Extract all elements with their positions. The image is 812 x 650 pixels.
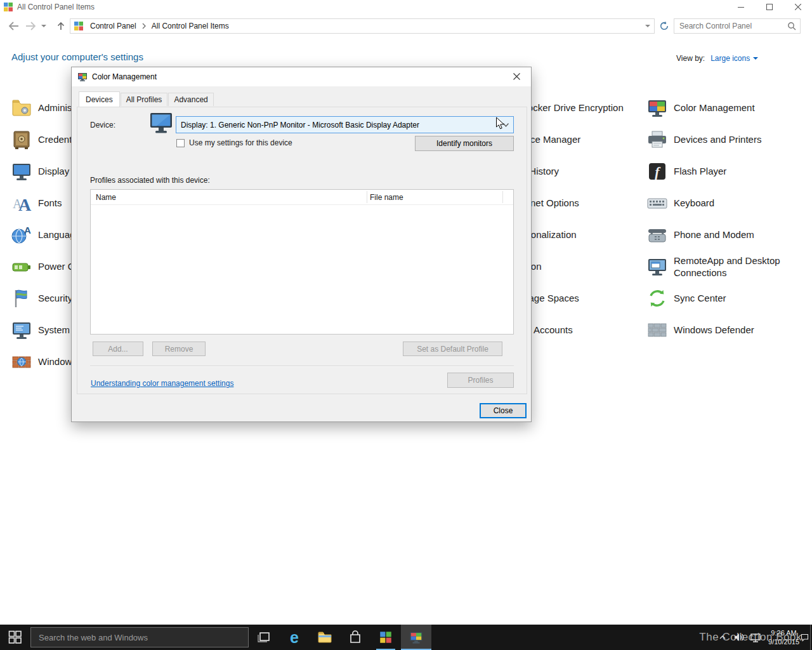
dialog-close-button[interactable]	[502, 67, 531, 86]
recent-locations-dropdown[interactable]	[39, 18, 48, 34]
store-icon	[348, 630, 362, 645]
svg-text:A: A	[24, 225, 31, 235]
column-divider[interactable]	[502, 191, 503, 203]
understanding-color-management-link[interactable]: Understanding color management settings	[91, 379, 233, 388]
security-maintenance-icon	[11, 288, 32, 308]
start-button[interactable]	[0, 625, 30, 650]
cp-item-flash-player[interactable]: f Flash Player	[647, 156, 799, 187]
system-icon	[11, 320, 32, 340]
breadcrumb-all-control-panel-items[interactable]: All Control Panel Items	[147, 19, 233, 33]
cp-item-windows-defender[interactable]: Windows Defender	[647, 314, 799, 346]
sync-center-icon	[647, 288, 667, 308]
use-my-settings-checkbox[interactable]	[176, 139, 185, 147]
navigation-bar: Control Panel All Control Panel Items	[0, 14, 812, 38]
cp-item-keyboard[interactable]: Keyboard	[647, 187, 799, 219]
windows-logo-icon	[8, 630, 22, 644]
minimize-icon	[738, 4, 744, 10]
breadcrumb-control-panel[interactable]: Control Panel	[86, 19, 141, 33]
up-arrow-icon	[56, 21, 66, 31]
keyboard-icon	[647, 193, 667, 213]
edge-taskbar-button[interactable]: e	[279, 625, 310, 650]
cp-item-label: Flash Player	[674, 165, 726, 178]
add-button[interactable]: Add...	[93, 342, 143, 356]
cp-item-label: System	[38, 324, 70, 336]
control-panel-taskbar-button[interactable]	[370, 625, 401, 650]
control-panel-search-box	[674, 18, 801, 34]
color-management-taskbar-button[interactable]	[401, 625, 431, 650]
remove-button[interactable]: Remove	[152, 342, 206, 356]
power-options-icon	[11, 256, 32, 277]
remoteapp-icon	[647, 256, 667, 277]
flash-player-icon: f	[647, 161, 667, 182]
maximize-icon	[766, 4, 773, 10]
cp-item-label: Phone and Modem	[674, 229, 754, 241]
breadcrumb-chevron-icon[interactable]	[141, 23, 147, 29]
forward-button[interactable]	[23, 18, 39, 34]
phone-modem-icon	[647, 225, 667, 245]
address-bar[interactable]: Control Panel All Control Panel Items	[70, 18, 655, 34]
cp-item-label: Sync Center	[674, 292, 726, 305]
store-taskbar-button[interactable]	[340, 625, 370, 650]
dialog-title: Color Management	[92, 72, 157, 81]
windows-firewall-icon	[11, 352, 32, 372]
color-management-icon	[647, 98, 667, 118]
close-icon	[795, 4, 801, 10]
column-divider[interactable]	[367, 191, 367, 203]
devices-printers-icon	[647, 129, 667, 150]
task-view-button[interactable]	[249, 625, 279, 650]
refresh-icon	[659, 21, 669, 31]
language-icon: A	[11, 225, 32, 245]
profiles-list-label: Profiles associated with this device:	[90, 176, 210, 185]
color-management-icon	[409, 630, 423, 644]
file-explorer-taskbar-button[interactable]	[310, 625, 340, 650]
control-panel-icon	[379, 631, 392, 644]
window-close-button[interactable]	[783, 0, 812, 14]
back-button[interactable]	[5, 18, 22, 34]
forward-arrow-icon	[25, 21, 37, 31]
cp-item-phone-and-modem[interactable]: Phone and Modem	[647, 219, 799, 251]
cp-item-label: Color Management	[674, 102, 755, 114]
cp-item-sync-center[interactable]: Sync Center	[647, 282, 799, 314]
dialog-titlebar[interactable]: Color Management	[72, 67, 531, 86]
cp-item-devices-and-printers[interactable]: Devices and Printers	[647, 124, 799, 156]
search-icon[interactable]	[783, 22, 800, 30]
view-by-dropdown[interactable]: Large icons	[710, 54, 758, 63]
refresh-button[interactable]	[658, 18, 671, 34]
cp-item-remoteapp-and-desktop-connections[interactable]: RemoteApp and Desktop Connections	[647, 251, 799, 282]
window-minimize-button[interactable]	[726, 0, 755, 14]
address-dropdown-icon[interactable]	[641, 25, 654, 28]
fonts-icon: AA	[11, 193, 32, 213]
taskbar-search-input[interactable]	[30, 627, 249, 647]
page-heading: Adjust your computer's settings	[11, 51, 143, 62]
chevron-down-icon	[753, 57, 758, 60]
column-header-name[interactable]: Name	[91, 193, 116, 202]
devices-tab-page: Device: Display: 1. Generic Non-PnP Moni…	[77, 107, 527, 394]
column-header-file-name[interactable]: File name	[370, 193, 403, 202]
view-by-value: Large icons	[710, 54, 750, 63]
device-combobox[interactable]: Display: 1. Generic Non-PnP Monitor - Mi…	[176, 116, 514, 133]
up-button[interactable]	[53, 18, 69, 34]
display-icon	[11, 161, 32, 182]
close-button[interactable]: Close	[480, 403, 527, 418]
cp-item-color-management[interactable]: Color Management	[647, 92, 799, 124]
window-maximize-button[interactable]	[755, 0, 783, 14]
file-explorer-icon	[317, 630, 332, 645]
set-as-default-profile-button[interactable]: Set as Default Profile	[403, 342, 502, 356]
profiles-list[interactable]: Name File name	[90, 189, 514, 335]
cp-item-label: Devices and Printers	[674, 133, 761, 146]
cp-item-label: Windows Defender	[674, 324, 754, 336]
view-by-label: View by:	[676, 54, 705, 63]
tab-all-profiles[interactable]: All Profiles	[121, 93, 168, 106]
identify-monitors-button[interactable]: Identify monitors	[415, 136, 514, 151]
windows-defender-icon	[647, 320, 667, 340]
profiles-button[interactable]: Profiles	[447, 373, 514, 388]
cp-item-label: RemoteApp and Desktop Connections	[674, 255, 799, 279]
window-title: All Control Panel Items	[17, 3, 95, 11]
color-management-dialog: Color Management Devices All Profiles Ad…	[71, 67, 532, 422]
chevron-down-icon	[41, 25, 46, 28]
control-panel-search-input[interactable]	[674, 22, 783, 30]
tab-advanced[interactable]: Advanced	[168, 93, 213, 106]
admin-tools-icon	[11, 98, 32, 118]
tab-devices[interactable]: Devices	[79, 91, 120, 107]
window-titlebar[interactable]: All Control Panel Items	[0, 0, 812, 14]
